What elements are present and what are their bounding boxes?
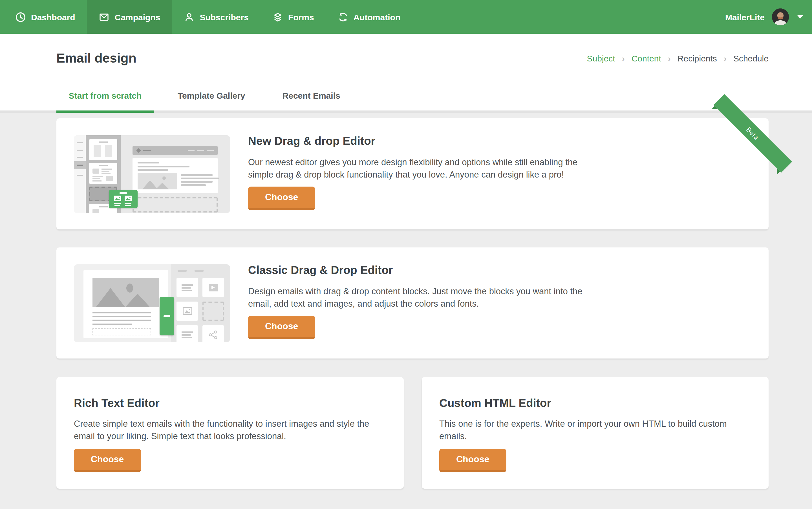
image-icon [114, 196, 121, 201]
decor [138, 162, 159, 164]
video-icon [208, 284, 218, 291]
decor [106, 176, 113, 181]
decor [77, 175, 83, 176]
decor [182, 332, 193, 338]
active-tab-underline [56, 110, 154, 113]
image-icon [183, 307, 192, 315]
choose-classic-editor-button[interactable]: Choose [248, 316, 315, 339]
nav-item-label: Campaigns [115, 12, 160, 22]
thumb-email-canvas [84, 270, 168, 338]
decor [96, 288, 125, 307]
decor [188, 150, 195, 151]
card-classic-drag-drop-editor: Classic Drag & Drop Editor Design emails… [56, 247, 769, 359]
decor [181, 181, 213, 182]
description-line: Design emails with drag & drop content b… [248, 285, 769, 298]
clock-icon [15, 11, 26, 22]
page-header: Email design Subject › Content › Recipie… [0, 34, 812, 110]
card-description: Our newest editor gives you more design … [248, 156, 769, 181]
share-icon [208, 330, 218, 339]
top-navigation: Dashboard Campaigns Subscribers Forms Au… [0, 0, 812, 34]
tab-start-from-scratch[interactable]: Start from scratch [56, 91, 154, 100]
decor [197, 150, 204, 151]
breadcrumb-subject[interactable]: Subject [587, 54, 615, 63]
card-title: New Drag & drop Editor [248, 134, 769, 148]
card-title: Classic Drag & Drop Editor [248, 263, 769, 277]
decor [120, 192, 127, 194]
new-editor-thumbnail [74, 135, 230, 213]
breadcrumb-content[interactable]: Content [631, 54, 661, 63]
decor [77, 150, 83, 151]
card-title: Custom HTML Editor [439, 396, 751, 410]
chevron-down-icon[interactable] [797, 15, 803, 19]
nav-item-forms[interactable]: Forms [261, 0, 326, 34]
description-line: Our newest editor gives you more design … [248, 156, 769, 169]
thumb-video-tile [202, 278, 224, 297]
decor [125, 294, 150, 307]
decor [195, 270, 203, 272]
choose-new-editor-button[interactable]: Choose [248, 186, 315, 210]
decor [93, 169, 99, 174]
tab-recent-emails[interactable]: Recent Emails [283, 91, 340, 100]
decor [181, 177, 219, 179]
card-rich-text-editor: Rich Text Editor Create simple text emai… [56, 377, 404, 489]
decor [212, 286, 215, 289]
header-top: Email design Subject › Content › Recipie… [56, 34, 769, 66]
thumb-mini-block [89, 139, 117, 160]
nav-item-automation[interactable]: Automation [326, 0, 413, 34]
card-description: Design emails with drag & drop content b… [248, 285, 769, 310]
decor [138, 169, 168, 171]
decor [77, 157, 83, 158]
card-custom-html-editor: Custom HTML Editor This one is for the e… [422, 377, 769, 489]
decor [143, 150, 151, 151]
decor [93, 312, 151, 325]
thumb-drag-block [160, 297, 174, 335]
nav-item-dashboard[interactable]: Dashboard [0, 0, 87, 34]
decor [162, 176, 166, 180]
card-description: Create simple text emails with the funct… [74, 418, 386, 442]
tab-divider [0, 110, 812, 113]
layers-icon [272, 11, 283, 22]
thumb-blocks-panel [171, 264, 230, 342]
chevron-right-icon: › [622, 54, 625, 63]
choose-rich-text-editor-button[interactable]: Choose [74, 449, 141, 472]
decor [77, 165, 83, 166]
editor-options: Beta [0, 118, 812, 489]
card-description: This one is for the experts. Write or im… [439, 418, 751, 442]
description-line: Create simple text emails with the funct… [74, 418, 386, 430]
classic-editor-thumbnail [74, 264, 230, 342]
thumb-text-tile [176, 278, 198, 297]
account-area[interactable]: MailerLite [725, 0, 812, 34]
card-body: Classic Drag & Drop Editor Design emails… [248, 247, 769, 339]
thumb-dashed-tile [202, 302, 224, 321]
decor [126, 283, 133, 293]
thumb-drop-zone [132, 197, 218, 212]
breadcrumb: Subject › Content › Recipients › Schedul… [587, 54, 769, 63]
brand-label: MailerLite [725, 12, 765, 22]
thumb-drag-block [109, 190, 138, 208]
description-line: This one is for the experts. Write or im… [439, 418, 751, 430]
decor [138, 166, 190, 167]
envelope-icon [99, 11, 110, 22]
page-title: Email design [56, 51, 136, 66]
choose-custom-html-editor-button[interactable]: Choose [439, 449, 506, 472]
card-title: Rich Text Editor [74, 396, 386, 410]
breadcrumb-recipients: Recipients [678, 54, 717, 63]
thumb-image-tile [176, 302, 198, 321]
nav-item-label: Forms [288, 12, 314, 22]
nav-item-subscribers[interactable]: Subscribers [172, 0, 260, 34]
chevron-right-icon: › [724, 54, 726, 63]
decor [93, 209, 99, 213]
tab-template-gallery[interactable]: Template Gallery [177, 91, 245, 100]
chevron-right-icon: › [668, 54, 671, 63]
avatar[interactable] [772, 8, 789, 25]
decor [105, 145, 112, 157]
nav-item-campaigns[interactable]: Campaigns [87, 0, 172, 34]
decor [114, 203, 121, 206]
decor [136, 148, 141, 153]
card-body: New Drag & drop Editor Our newest editor… [248, 118, 769, 210]
decor [177, 270, 187, 272]
thumb-content-block [132, 158, 218, 193]
thumb-header-bar [132, 146, 218, 155]
tab-bar: Start from scratch Template Gallery Rece… [56, 91, 340, 100]
mailerlite-app: Dashboard Campaigns Subscribers Forms Au… [0, 0, 812, 509]
